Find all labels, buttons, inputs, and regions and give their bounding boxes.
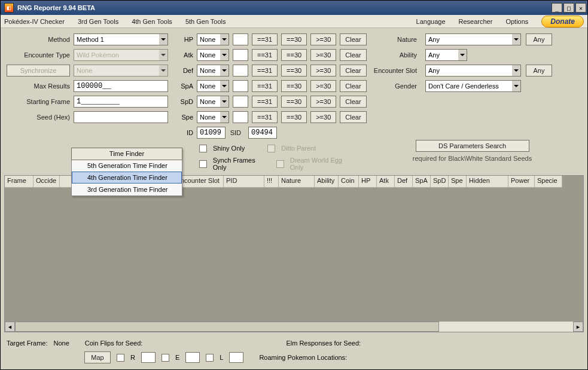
hp-ge30-button[interactable]: >=30 [310, 33, 336, 45]
atk-eq31-button[interactable]: ==31 [252, 49, 278, 61]
synchronize-select[interactable]: None [74, 65, 168, 77]
hp-label: HP [178, 36, 193, 43]
r-input[interactable] [141, 352, 156, 363]
atk-input[interactable] [233, 49, 248, 61]
col-shiny[interactable]: !!! [264, 176, 279, 188]
map-button[interactable]: Map [84, 351, 111, 363]
def-select[interactable]: None [197, 65, 229, 77]
spe-input[interactable] [233, 111, 248, 123]
spa-ge30-button[interactable]: >=30 [310, 80, 336, 92]
ds-parameters-button[interactable]: DS Parameters Search [416, 140, 529, 152]
menu-gen5[interactable]: 5th Gen Tools [185, 18, 226, 25]
max-results-input[interactable] [74, 80, 168, 92]
spe-eq31-button[interactable]: ==31 [252, 111, 278, 123]
spe-ge30-button[interactable]: >=30 [310, 111, 336, 123]
atk-eq30-button[interactable]: ==30 [281, 49, 307, 61]
col-hidden[interactable]: Hidden [467, 176, 508, 188]
encounter-slot-select[interactable]: Any [425, 65, 521, 77]
encounter-type-select[interactable]: Wild Pokémon [74, 49, 168, 61]
col-nature[interactable]: Nature [279, 176, 315, 188]
spd-eq30-button[interactable]: ==30 [281, 96, 307, 108]
sid-input[interactable] [248, 127, 277, 139]
nature-select[interactable]: Any [425, 33, 521, 45]
col-frame[interactable]: Frame [5, 176, 33, 188]
e-checkbox[interactable] [162, 354, 169, 362]
menu-language[interactable]: Language [416, 18, 446, 25]
hp-eq30-button[interactable]: ==30 [281, 33, 307, 45]
spa-clear-button[interactable]: Clear [340, 80, 366, 92]
scroll-left-icon[interactable]: ◄ [5, 322, 15, 332]
time-finder-gen5[interactable]: 5th Generation Time Finder [72, 160, 182, 172]
ability-select[interactable]: Any [425, 49, 467, 61]
def-clear-button[interactable]: Clear [340, 65, 366, 77]
hp-select[interactable]: None [197, 33, 229, 45]
spe-select[interactable]: None [197, 111, 229, 123]
def-eq31-button[interactable]: ==31 [252, 65, 278, 77]
l-input[interactable] [229, 352, 243, 363]
col-ability[interactable]: Ability [315, 176, 339, 188]
col-spe[interactable]: Spe [449, 176, 467, 188]
def-input[interactable] [233, 65, 248, 77]
col-power[interactable]: Power [508, 176, 535, 188]
menu-pokedex[interactable]: Pokédex-IV Checker [4, 18, 65, 25]
horizontal-scrollbar[interactable]: ◄ ► [5, 322, 583, 332]
maximize-button[interactable]: □ [563, 3, 574, 13]
time-finder-button[interactable]: Time Finder [71, 148, 182, 160]
col-coin[interactable]: Coin [339, 176, 359, 188]
method-select[interactable]: Method 1 [74, 33, 168, 45]
spa-input[interactable] [233, 80, 248, 92]
e-input[interactable] [185, 352, 200, 363]
scroll-right-icon[interactable]: ► [573, 322, 583, 332]
shiny-only-checkbox[interactable] [199, 145, 207, 152]
hp-clear-button[interactable]: Clear [340, 33, 366, 45]
col-encounter-slot[interactable]: ncounter Slot [178, 176, 224, 188]
col-atk[interactable]: Atk [377, 176, 395, 188]
col-hp[interactable]: HP [359, 176, 377, 188]
spd-ge30-button[interactable]: >=30 [310, 96, 336, 108]
time-finder-gen3[interactable]: 3rd Generation Time Finder [72, 184, 182, 195]
starting-frame-input[interactable] [74, 96, 168, 108]
scroll-thumb[interactable] [15, 322, 439, 332]
scroll-track[interactable] [15, 322, 573, 332]
col-occide[interactable]: Occide [33, 176, 60, 188]
nature-any-button[interactable]: Any [526, 33, 552, 45]
col-def[interactable]: Def [395, 176, 413, 188]
spa-eq30-button[interactable]: ==30 [281, 80, 307, 92]
l-checkbox[interactable] [206, 354, 214, 362]
col-specie[interactable]: Specie [535, 176, 562, 188]
synchronize-button[interactable]: Synchronize [7, 65, 70, 77]
spa-eq31-button[interactable]: ==31 [252, 80, 278, 92]
atk-select[interactable]: None [197, 49, 229, 61]
spd-select[interactable]: None [197, 96, 229, 108]
col-pid[interactable]: PID [224, 176, 264, 188]
minimize-button[interactable]: _ [552, 3, 562, 13]
menu-gen3[interactable]: 3rd Gen Tools [78, 18, 118, 25]
atk-ge30-button[interactable]: >=30 [310, 49, 336, 61]
synch-frames-checkbox[interactable] [199, 160, 207, 168]
id-input[interactable] [197, 127, 226, 139]
donate-button[interactable]: Donate [541, 16, 584, 27]
slot-any-button[interactable]: Any [526, 65, 552, 77]
gender-select[interactable]: Don't Care / Genderless [425, 80, 521, 92]
menu-gen4[interactable]: 4th Gen Tools [132, 18, 172, 25]
atk-clear-button[interactable]: Clear [340, 49, 366, 61]
col-spd[interactable]: SpD [431, 176, 449, 188]
seed-input[interactable] [74, 111, 168, 123]
spe-eq30-button[interactable]: ==30 [281, 111, 307, 123]
def-eq30-button[interactable]: ==30 [281, 65, 307, 77]
results-grid[interactable]: Frame Occide ncounter Slot PID !!! Natur… [4, 175, 584, 332]
hp-eq31-button[interactable]: ==31 [252, 33, 278, 45]
time-finder-gen4[interactable]: 4th Generation Time Finder [72, 172, 182, 184]
r-checkbox[interactable] [117, 354, 124, 362]
col-spa[interactable]: SpA [413, 176, 431, 188]
spe-clear-button[interactable]: Clear [340, 111, 366, 123]
spd-clear-button[interactable]: Clear [340, 96, 366, 108]
def-ge30-button[interactable]: >=30 [310, 65, 336, 77]
close-button[interactable]: ✕ [575, 3, 586, 13]
menu-options[interactable]: Options [505, 18, 528, 25]
spd-input[interactable] [233, 96, 248, 108]
hp-input[interactable] [233, 33, 248, 45]
menu-researcher[interactable]: Researcher [459, 18, 493, 25]
spd-eq31-button[interactable]: ==31 [252, 96, 278, 108]
spa-select[interactable]: None [197, 80, 229, 92]
